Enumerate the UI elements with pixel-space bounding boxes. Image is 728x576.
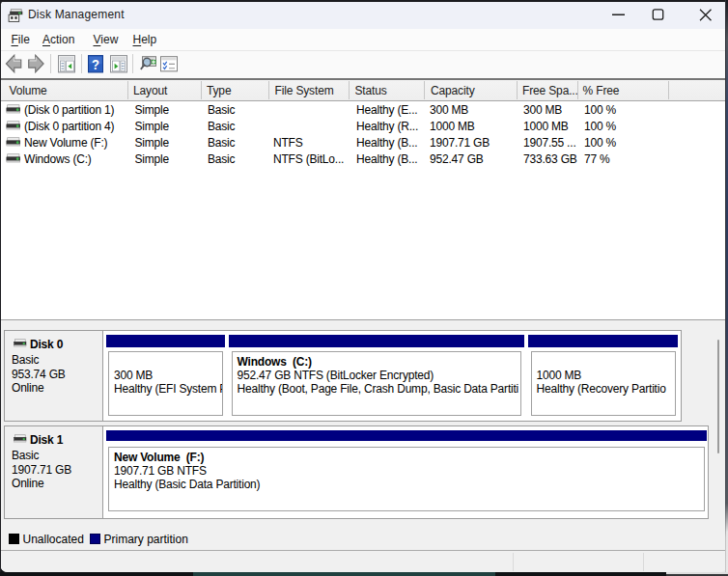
svg-text:?: ? xyxy=(92,57,99,72)
